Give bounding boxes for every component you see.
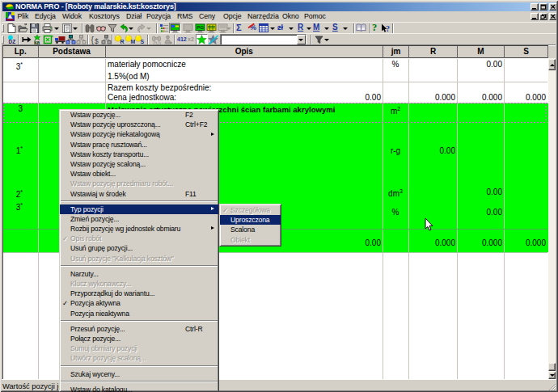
svg-text:PG: PG: [197, 25, 205, 30]
svg-text:S: S: [141, 39, 145, 44]
svg-text:{: {: [91, 36, 95, 44]
svg-text:R: R: [120, 39, 125, 44]
svg-text:$: $: [95, 37, 99, 45]
svg-text:?: ?: [386, 24, 390, 33]
svg-text:DZ: DZ: [9, 39, 16, 44]
